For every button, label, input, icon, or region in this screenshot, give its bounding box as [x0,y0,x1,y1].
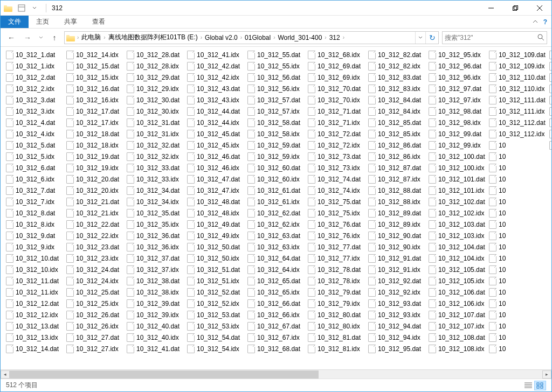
file-item[interactable]: 10_312_90.idx [367,241,427,253]
file-item[interactable]: 10_312_91.dat [367,253,427,264]
file-item[interactable]: 10_312_68.dat [246,343,307,354]
file-item[interactable]: 10_312_27.dat [65,332,126,343]
file-item[interactable]: 10_312_56.dat [246,72,307,83]
file-item[interactable]: 10_312_76.idx [307,230,367,241]
forward-button[interactable]: → [21,31,34,44]
file-item[interactable]: 10_312_82.dat [367,49,427,60]
file-item[interactable]: 10_312_10.dat [5,253,65,264]
file-item[interactable]: 10_312_29.dat [126,72,186,83]
file-item[interactable]: 10_312_101.dat [427,173,488,185]
file-item[interactable]: 10_312_78.idx [307,275,367,286]
file-item[interactable]: 10_312_47.dat [186,173,246,185]
file-item[interactable]: 10_312_86.idx [367,151,427,162]
file-item[interactable]: 10_312_79.idx [307,298,367,309]
file-item[interactable]: 10_312_31.idx [126,128,186,139]
file-item[interactable]: 10_312_45.idx [186,139,246,151]
file-item[interactable]: 10_312_84.dat [367,94,427,106]
file-item[interactable]: 10_312_48.dat [186,196,246,207]
address-history-button[interactable] [416,32,425,44]
file-item[interactable]: 10_312_8.dat [5,207,65,219]
file-item[interactable]: 10_312_13.dat [5,320,65,332]
file-item[interactable]: 10_312_92.idx [367,286,427,298]
file-item[interactable]: 10_312_29.idx [126,83,186,94]
file-item[interactable]: 10_312_104.idx [427,253,488,264]
file-item[interactable]: 10_312_54.idx [186,343,246,354]
file-item[interactable]: 10_312_81.dat [307,332,367,343]
file-item[interactable]: 10_312_90.dat [367,230,427,241]
file-item[interactable]: 10_312_43.idx [186,94,246,106]
file-item[interactable]: 10_312_105.idx [427,275,488,286]
file-item[interactable]: 10_312_30.idx [126,106,186,117]
file-item[interactable]: 10_312_25.dat [65,286,126,298]
file-item[interactable]: 10_312_102.dat [427,196,488,207]
file-item[interactable]: 10 [488,241,548,253]
file-item[interactable]: 10 [548,128,551,139]
scroll-track[interactable] [10,370,542,379]
file-item[interactable]: 10_312_71.idx [307,117,367,128]
file-item[interactable]: 10_312_84.idx [367,106,427,117]
file-item[interactable]: 10_312_46.dat [186,151,246,162]
file-item[interactable]: 10_312_86.dat [367,139,427,151]
file-item[interactable]: 10 [548,49,551,60]
file-item[interactable]: 10_312_31.dat [126,117,186,128]
file-item[interactable]: 10_312_94.idx [367,332,427,343]
file-item[interactable]: 10_312_72.idx [307,139,367,151]
file-item[interactable]: 10_312_1.idx [5,60,65,72]
details-view-button[interactable] [522,381,534,390]
file-item[interactable]: 10_312_40.dat [126,320,186,332]
file-item[interactable]: 10_312_17.dat [65,106,126,117]
file-item[interactable]: 10_312_59.idx [246,151,307,162]
file-item[interactable]: 10_312_36.dat [126,230,186,241]
file-item[interactable]: 10_312_75.dat [307,196,367,207]
file-item[interactable]: 10_312_21.dat [65,196,126,207]
file-item[interactable]: 10_312_6.idx [5,173,65,185]
file-item[interactable]: 10_312_74.dat [307,173,367,185]
file-item[interactable]: 10_312_14.dat [5,343,65,354]
file-item[interactable]: 10_312_16.dat [65,83,126,94]
file-item[interactable]: 10_312_26.idx [65,320,126,332]
file-item[interactable]: 10 [548,139,551,151]
file-item[interactable]: 10_312_2.dat [5,72,65,83]
file-item[interactable]: 10_312_96.idx [427,72,488,83]
file-item[interactable]: 10_312_11.dat [5,275,65,286]
file-item[interactable]: 10_312_91.idx [367,264,427,275]
file-item[interactable]: 10_312_39.dat [126,298,186,309]
file-item[interactable]: 10 [488,219,548,230]
file-item[interactable]: 10_312_67.dat [246,320,307,332]
file-item[interactable]: 10_312_73.dat [307,151,367,162]
file-item[interactable]: 10_312_7.idx [5,196,65,207]
search-input[interactable] [445,34,537,41]
tab-home[interactable]: 主页 [29,16,57,28]
chevron-down-icon[interactable] [29,2,40,14]
file-item[interactable]: 10_312_112.idx [488,128,548,139]
file-item[interactable]: 10_312_75.idx [307,207,367,219]
file-item[interactable]: 10_312_12.dat [5,298,65,309]
file-item[interactable]: 10_312_77.dat [307,241,367,253]
file-item[interactable]: 10_312_14.idx [65,49,126,60]
file-item[interactable]: 10_312_9.idx [5,241,65,253]
file-item[interactable]: 10_312_94.dat [367,320,427,332]
file-item[interactable]: 10 [548,72,551,83]
file-item[interactable]: 10 [548,94,551,106]
file-item[interactable]: 10_312_64.idx [246,264,307,275]
file-item[interactable]: 10_312_28.dat [126,49,186,60]
file-item[interactable]: 10_312_108.dat [427,332,488,343]
file-item[interactable]: 10_312_63.idx [246,241,307,253]
file-item[interactable]: 10_312_62.dat [246,207,307,219]
file-item[interactable]: 10_312_5.dat [5,139,65,151]
file-item[interactable]: 10_312_107.dat [427,309,488,320]
file-item[interactable]: 10_312_60.idx [246,173,307,185]
file-item[interactable]: 10_312_22.dat [65,219,126,230]
file-item[interactable]: 10_312_110.dat [488,72,548,83]
file-item[interactable]: 10_312_112.dat [488,117,548,128]
file-item[interactable]: 10 [548,106,551,117]
file-item[interactable]: 10_312_26.dat [65,309,126,320]
file-item[interactable]: 10_312_97.idx [427,94,488,106]
file-item[interactable]: 10_312_35.dat [126,207,186,219]
file-item[interactable]: 10_312_92.dat [367,275,427,286]
minimize-button[interactable] [479,1,503,16]
file-item[interactable]: 10_312_37.dat [126,253,186,264]
file-item[interactable]: 10_312_85.dat [367,117,427,128]
back-button[interactable]: ← [5,31,18,44]
file-item[interactable]: 10_312_20.dat [65,173,126,185]
